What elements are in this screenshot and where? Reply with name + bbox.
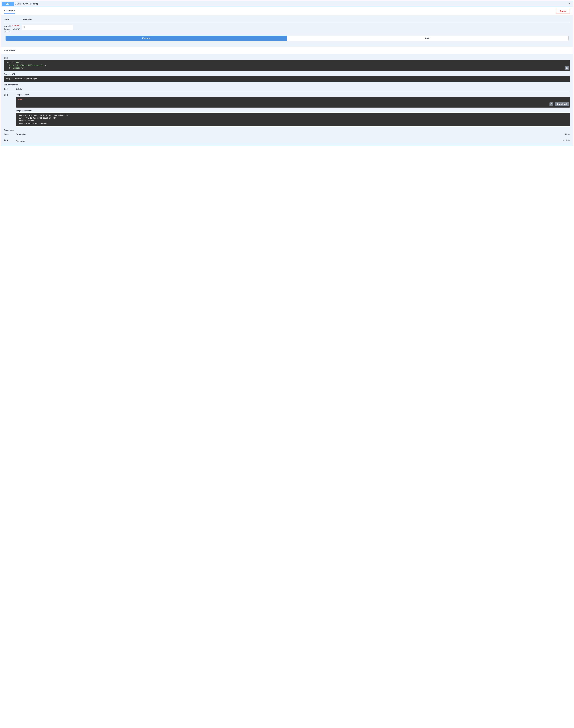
doc-responses-table: Code Description Links 200 Success No li…: [4, 132, 570, 143]
curl-text: \: [20, 62, 22, 64]
curl-text: 'GET': [15, 62, 20, 64]
parameters-table: Name Description empId * required intege…: [4, 18, 570, 33]
curl-text: -H: [6, 67, 11, 69]
copy-curl-button[interactable]: [565, 66, 569, 70]
clipboard-icon: [550, 103, 552, 105]
response-headers-label: Response headers: [16, 109, 570, 112]
tab-parameters[interactable]: Parameters: [4, 8, 15, 14]
clear-button[interactable]: Clear: [287, 36, 569, 41]
doc-response-code: 200: [4, 137, 16, 143]
cancel-button[interactable]: Cancel: [556, 9, 570, 13]
http-method-badge: GET: [2, 2, 14, 6]
responses-title: Responses: [1, 47, 573, 54]
svg-rect-0: [566, 67, 568, 69]
request-url-block: http://localhost:5093/ems/pay/1: [4, 76, 570, 82]
param-location: (path): [4, 30, 22, 33]
table-row: empId * required integer($int32) (path): [4, 22, 570, 33]
execute-button[interactable]: Execute: [5, 36, 287, 41]
doc-responses-label: Responses: [4, 129, 570, 131]
param-type: integer($int32): [4, 28, 22, 30]
operation-summary[interactable]: GET /ems/pay/{empId}: [1, 1, 573, 7]
response-body-value: 2500: [18, 99, 23, 101]
curl-block: curl -X 'GET' \ 'http://localhost:5093/e…: [4, 60, 570, 71]
curl-text: [6, 64, 8, 66]
response-headers-block: content-type: application/json; charset=…: [16, 112, 570, 126]
resp-col-details: Details: [16, 87, 570, 92]
curl-label: Curl: [4, 57, 570, 59]
empid-field[interactable]: [22, 25, 73, 30]
resp-col-code: Code: [4, 87, 16, 92]
operation-block: GET /ems/pay/{empId} Parameters Cancel N…: [1, 1, 573, 146]
curl-text: 'accept: */*': [11, 67, 26, 69]
curl-text: \: [44, 64, 46, 66]
param-col-name: Name: [4, 18, 22, 22]
server-response-table: Code Details 200 Response body 2500Downl…: [4, 87, 570, 129]
response-code: 200: [4, 92, 16, 129]
doc-col-links: Links: [332, 132, 570, 137]
table-row: 200 Response body 2500Download Response …: [4, 92, 570, 129]
clipboard-icon: [566, 66, 568, 69]
responses-section: Curl curl -X 'GET' \ 'http://localhost:5…: [1, 54, 573, 146]
doc-response-description: Success: [16, 139, 332, 143]
download-button[interactable]: Download: [555, 102, 569, 106]
response-body-label: Response body: [16, 94, 570, 96]
copy-body-button[interactable]: [549, 102, 554, 106]
doc-col-code: Code: [4, 132, 16, 137]
chevron-up-icon: [568, 2, 571, 5]
required-star-icon: *: [12, 25, 13, 28]
parameters-header: Parameters Cancel: [1, 7, 573, 15]
param-col-description: Description: [22, 18, 570, 22]
table-row: 200 Success No links: [4, 137, 570, 143]
server-response-label: Server response: [4, 84, 570, 86]
doc-response-links: No links: [563, 139, 570, 141]
request-url-label: Request URL: [4, 73, 570, 75]
param-name: empId: [4, 25, 11, 28]
action-buttons: Execute Clear: [4, 33, 570, 44]
svg-rect-1: [551, 103, 552, 105]
required-label: required: [14, 25, 19, 27]
curl-text: curl -X: [6, 62, 15, 64]
endpoint-path: /ems/pay/{empId}: [14, 3, 568, 5]
doc-col-description: Description: [16, 132, 332, 137]
response-body-block: 2500Download: [16, 97, 570, 107]
parameters-section: Name Description empId * required intege…: [1, 15, 573, 47]
curl-text: 'http://localhost:5093/ems/pay/1': [8, 64, 44, 66]
